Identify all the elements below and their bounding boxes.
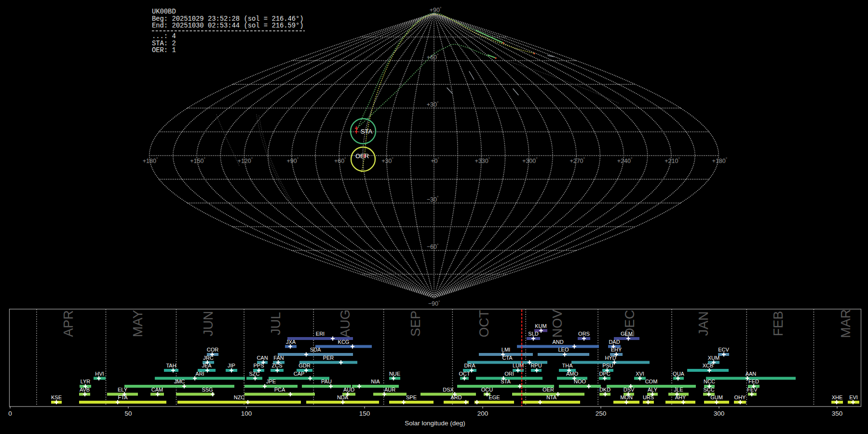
svg-text:+180°: +180° [712,157,728,164]
svg-text:+210°: +210° [665,157,680,164]
svg-text:HVI: HVI [95,371,104,377]
svg-text:ALY: ALY [648,387,658,393]
svg-text:+300°: +300° [522,157,538,164]
svg-text:LYR: LYR [81,379,91,384]
svg-text:PCA: PCA [274,387,285,393]
svg-text:MAY: MAY [131,310,145,338]
svg-text:Solar longitude (deg): Solar longitude (deg) [405,420,465,427]
svg-text:EGE: EGE [488,394,500,400]
svg-text:JLE: JLE [674,387,683,393]
svg-text:CAP: CAP [294,371,305,377]
svg-text:APR: APR [61,310,76,337]
svg-text:OCT: OCT [459,371,470,377]
svg-text:AMO: AMO [566,371,579,377]
svg-text:FEV: FEV [747,387,758,393]
svg-text:OER: OER [542,387,554,393]
svg-text:−30°: −30° [427,195,439,203]
svg-text:EHY: EHY [611,347,622,353]
svg-text:XHE: XHE [832,394,843,400]
svg-text:FED: FED [748,379,759,384]
svg-text:JXA: JXA [286,339,296,345]
svg-text:LEO: LEO [558,347,569,353]
svg-text:300: 300 [714,410,725,417]
svg-text:SZC: SZC [249,371,260,377]
svg-text:ZCS: ZCS [272,363,283,368]
svg-text:HYD: HYD [605,355,616,361]
svg-text:+60°: +60° [334,157,346,164]
svg-text:SDA: SDA [310,347,321,353]
svg-text:JUN: JUN [201,311,216,337]
svg-text:AND: AND [552,339,563,345]
svg-text:TAH: TAH [166,363,176,368]
svg-text:KSE: KSE [51,394,62,400]
svg-text:+30°: +30° [381,157,393,164]
svg-text:NUE: NUE [389,371,400,377]
svg-text:AUR: AUR [384,387,395,393]
svg-text:DSX: DSX [443,387,454,393]
svg-text:50: 50 [124,410,132,417]
svg-text:−90°: −90° [428,300,440,308]
svg-text:STA: 2: STA: 2 [152,40,176,47]
svg-text:...: 4: ...: 4 [152,33,176,40]
svg-text:+330°: +330° [475,157,490,164]
svg-text:DSV: DSV [624,387,635,393]
svg-text:JUL: JUL [269,312,283,335]
svg-text:ECV: ECV [718,347,729,353]
svg-text:+90°: +90° [430,6,442,14]
svg-text:Beg: 20251029 23:52:28 (sol =: Beg: 20251029 23:52:28 (sol = 216.46°) [152,15,304,23]
svg-text:NZC: NZC [234,394,245,400]
svg-text:+150°: +150° [190,157,205,164]
svg-text:ORS: ORS [578,331,590,337]
svg-text:CAN: CAN [257,355,268,361]
svg-text:DPC: DPC [599,371,610,377]
svg-text:SSG: SSG [202,387,213,393]
svg-text:+120°: +120° [238,157,253,164]
svg-text:DKD: DKD [599,387,610,393]
svg-text:ERI: ERI [316,331,325,337]
svg-text:FEB: FEB [771,311,786,337]
svg-text:250: 250 [596,410,607,417]
svg-text:SCC: SCC [703,387,714,393]
svg-text:ORI: ORI [504,371,514,377]
svg-text:STA: STA [501,379,511,384]
svg-text:NTA: NTA [546,394,557,400]
svg-text:ARI: ARI [195,371,204,377]
svg-text:JAN: JAN [696,311,711,336]
svg-text:GDR: GDR [298,363,311,368]
svg-text:SLD: SLD [528,331,538,337]
svg-text:NIA: NIA [371,379,380,384]
svg-text:JPE: JPE [266,379,276,384]
svg-text:+60°: +60° [427,53,439,61]
svg-text:NDA: NDA [337,394,349,400]
svg-text:+180°: +180° [143,157,158,164]
svg-text:QUA: QUA [673,371,685,377]
svg-text:EVI: EVI [849,394,858,400]
svg-text:AVB: AVB [80,387,90,393]
svg-text:100: 100 [241,410,252,417]
svg-text:OHY: OHY [734,394,746,400]
svg-text:STA: STA [361,128,373,135]
svg-text:XUM: XUM [708,355,719,361]
svg-text:COR: COR [207,347,219,353]
svg-text:200: 200 [477,410,488,417]
svg-text:AHY: AHY [675,394,686,400]
svg-text:NOO: NOO [574,379,586,384]
svg-text:XCB: XCB [703,363,714,368]
svg-text:+270°: +270° [570,157,585,164]
svg-text:RPU: RPU [530,363,542,368]
svg-text:COM: COM [645,379,658,384]
svg-text:AAN: AAN [746,371,757,377]
svg-text:End: 20251030 02:53:44 (sol =: End: 20251030 02:53:44 (sol = 216.59°) [152,22,304,29]
svg-text:PPS: PPS [253,363,264,368]
svg-text:350: 350 [832,410,843,417]
svg-text:XVI: XVI [636,371,644,377]
svg-text:JEA: JEA [202,363,212,368]
svg-text:GEM: GEM [621,331,633,337]
svg-text:+90°: +90° [286,157,298,164]
svg-text:LMI: LMI [502,347,510,353]
svg-text:PER: PER [323,355,334,361]
svg-text:CAM: CAM [151,387,163,393]
svg-text:DAD: DAD [609,339,620,345]
svg-text:MON: MON [620,394,633,400]
svg-text:URS: URS [643,394,654,400]
